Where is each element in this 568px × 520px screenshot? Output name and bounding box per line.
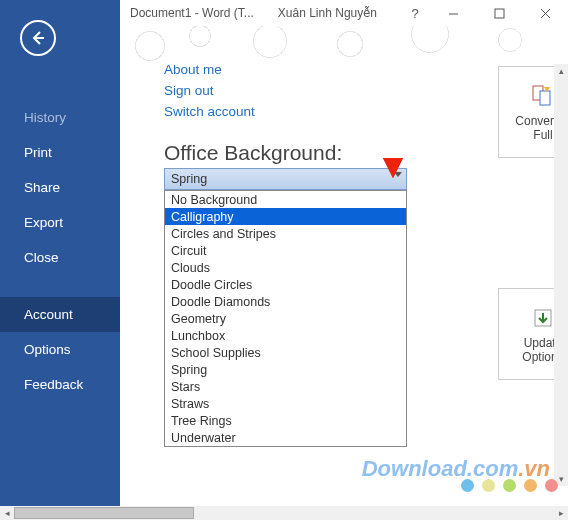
combo-selected-value: Spring xyxy=(171,172,207,186)
update-icon xyxy=(529,304,557,332)
backstage-main: About me Sign out Switch account Office … xyxy=(120,26,568,506)
scroll-down-button[interactable]: ▾ xyxy=(554,472,568,486)
window-user[interactable]: Xuân Linh Nguyễn xyxy=(278,6,377,20)
account-links: About me Sign out Switch account xyxy=(164,62,255,125)
bg-option[interactable]: Circuit xyxy=(165,242,406,259)
decorative-swirls xyxy=(120,26,568,66)
backstage-sidebar: HistoryPrintShareExportCloseAccountOptio… xyxy=(0,0,120,520)
window-title: Document1 - Word (T... xyxy=(120,6,254,20)
bg-option[interactable]: Lunchbox xyxy=(165,327,406,344)
horizontal-scrollbar[interactable]: ◂ ▸ xyxy=(0,506,568,520)
about-me-link[interactable]: About me xyxy=(164,62,255,77)
bg-option[interactable]: Geometry xyxy=(165,310,406,327)
back-button[interactable] xyxy=(20,20,56,56)
svg-rect-6 xyxy=(540,91,550,105)
bg-option[interactable]: School Supplies xyxy=(165,344,406,361)
bg-option[interactable]: Doodle Circles xyxy=(165,276,406,293)
nav-item-print[interactable]: Print xyxy=(0,135,120,170)
nav-item-export[interactable]: Export xyxy=(0,205,120,240)
bg-option[interactable]: Calligraphy xyxy=(165,208,406,225)
scroll-left-button[interactable]: ◂ xyxy=(0,506,14,520)
help-button[interactable]: ? xyxy=(400,0,430,26)
bg-option[interactable]: Circles and Stripes xyxy=(165,225,406,242)
convert-icon xyxy=(529,82,557,110)
nav-item-account[interactable]: Account xyxy=(0,297,120,332)
nav-item-feedback[interactable]: Feedback xyxy=(0,367,120,402)
maximize-button[interactable] xyxy=(476,0,522,26)
nav-item-close[interactable]: Close xyxy=(0,240,120,275)
close-button[interactable] xyxy=(522,0,568,26)
bg-option[interactable]: Stars xyxy=(165,378,406,395)
scroll-up-button[interactable]: ▴ xyxy=(554,64,568,78)
scroll-thumb[interactable] xyxy=(14,507,194,519)
bg-option[interactable]: Doodle Diamonds xyxy=(165,293,406,310)
scroll-track[interactable] xyxy=(14,506,554,520)
scroll-right-button[interactable]: ▸ xyxy=(554,506,568,520)
bg-option[interactable]: Spring xyxy=(165,361,406,378)
vertical-scrollbar[interactable]: ▴ ▾ xyxy=(554,64,568,486)
convert-line2: Full xyxy=(533,128,552,142)
bg-option[interactable]: Underwater xyxy=(165,429,406,446)
bg-option[interactable]: No Background xyxy=(165,191,406,208)
svg-rect-1 xyxy=(495,9,504,18)
bg-option[interactable]: Straws xyxy=(165,395,406,412)
title-bar: Document1 - Word (T... Xuân Linh Nguyễn … xyxy=(120,0,568,26)
office-background-label: Office Background: xyxy=(164,141,342,165)
nav-item-blank[interactable] xyxy=(0,80,120,100)
bg-option[interactable]: Clouds xyxy=(165,259,406,276)
minimize-button[interactable] xyxy=(430,0,476,26)
nav-item-options[interactable]: Options xyxy=(0,332,120,367)
office-background-combo[interactable]: Spring xyxy=(164,168,407,190)
nav-item-history[interactable]: History xyxy=(0,100,120,135)
sign-out-link[interactable]: Sign out xyxy=(164,83,255,98)
nav-item-share[interactable]: Share xyxy=(0,170,120,205)
bg-option[interactable]: Tree Rings xyxy=(165,412,406,429)
switch-account-link[interactable]: Switch account xyxy=(164,104,255,119)
office-background-dropdown[interactable]: No BackgroundCalligraphyCircles and Stri… xyxy=(164,190,407,447)
chevron-down-icon xyxy=(394,172,402,177)
